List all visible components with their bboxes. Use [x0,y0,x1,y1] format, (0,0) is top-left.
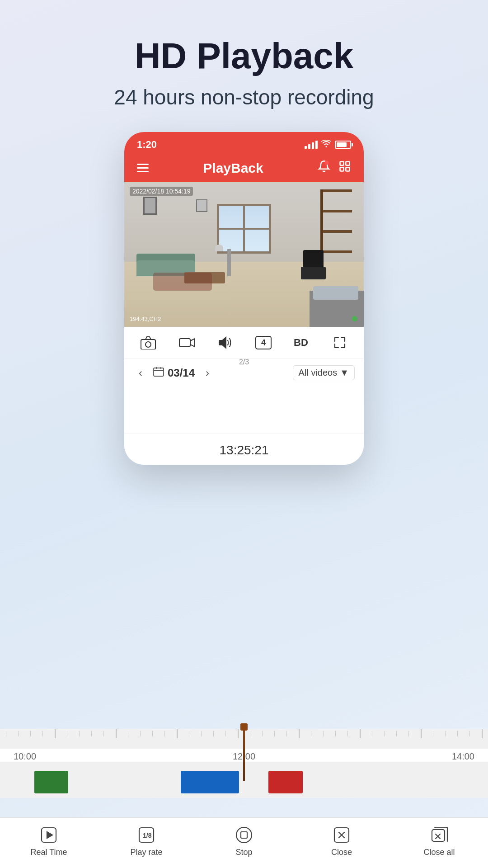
outer-playhead [243,727,245,781]
calendar-icon [153,367,164,379]
time-label-14: 14:00 [452,751,474,762]
nav-bar: PlayBack [124,156,364,182]
date-display: 03/14 [153,367,195,379]
svg-point-0 [324,160,328,165]
svg-point-6 [145,342,151,347]
all-videos-filter[interactable]: All videos ▼ [293,365,355,380]
grid-icon[interactable] [338,160,351,176]
tab-stop[interactable]: Stop [195,825,293,857]
svg-rect-5 [141,340,155,349]
screenshot-button[interactable] [139,333,158,352]
timeline-current-time: 13:25:21 [124,434,364,465]
phone-frame: 1:20 [124,132,364,465]
close-label: Close [331,848,352,857]
battery-icon [335,141,351,149]
svg-rect-3 [340,167,344,171]
lamp-stand [227,249,231,276]
signal-icon [305,141,318,149]
playrate-icon: 1/8 [135,825,158,845]
filter-chevron-icon: ▼ [340,368,349,378]
tab-close[interactable]: Close [293,825,390,857]
tab-closeall[interactable]: Close all [390,825,488,857]
volume-button[interactable] [216,333,235,352]
status-icons [305,140,351,150]
page-indicator: 2/3 [239,358,249,366]
svg-rect-7 [179,339,190,347]
svg-marker-10 [47,832,52,838]
svg-rect-4 [346,167,349,171]
room-scene [124,182,364,327]
wifi-icon [321,140,331,150]
svg-rect-8 [154,368,164,376]
bell-icon[interactable] [318,160,330,176]
video-timestamp: 2022/02/18 10:54:19 [130,187,193,196]
svg-rect-1 [340,162,344,165]
status-bar: 1:20 [124,132,364,156]
date-nav: 2/3 ‹ 03/14 › All v [124,359,364,384]
prev-date-button[interactable]: ‹ [133,366,148,380]
fullscreen-button[interactable] [330,333,349,352]
tab-playrate[interactable]: 1/8 Play rate [98,825,195,857]
video-location: 194.43,CH2 [130,316,161,322]
stop-icon [232,825,256,845]
controls-bar: 4 BD [124,327,364,359]
segment-green [34,771,69,793]
hero-subtitle: 24 hours non-stop recording [0,85,488,109]
menu-icon[interactable] [137,164,149,172]
outer-timeline: 10:00 12:00 14:00 [0,729,488,798]
date-section: 2/3 ‹ 03/14 › All v [124,359,364,465]
calendar-grid [124,384,364,420]
realtime-icon [37,825,61,845]
closeall-icon [427,825,451,845]
channel-button[interactable]: 4 [255,336,272,349]
realtime-label: Real Time [30,848,67,857]
close-icon [330,825,353,845]
closeall-label: Close all [423,848,455,857]
segment-blue [181,771,239,793]
chair [301,250,328,286]
record-button[interactable] [178,333,197,352]
bottom-tab-bar: Real Time 1/8 Play rate Stop Close [0,817,488,868]
svg-point-13 [236,827,252,843]
video-status-dot [352,316,357,321]
playrate-label: Play rate [130,848,162,857]
tab-realtime[interactable]: Real Time [0,825,98,857]
timeline-ruler [0,729,488,749]
svg-rect-2 [346,162,349,165]
segment-red [268,771,303,793]
wall-frame-2 [196,199,207,212]
svg-rect-14 [241,832,247,838]
phone-mockup: 1:20 [0,132,488,465]
video-area: 2022/02/18 10:54:19 194.43,CH2 [124,182,364,327]
hero-section: HD Playback 24 hours non-stop recording [0,0,488,127]
wall-frame [143,197,157,215]
next-date-button[interactable]: › [200,366,215,380]
quality-button[interactable]: BD [291,333,310,352]
rug [153,273,212,291]
status-time: 1:20 [137,139,157,151]
lamp-shade [215,245,223,251]
time-label-10: 10:00 [14,751,36,762]
nav-title: PlayBack [203,160,263,176]
hero-title: HD Playback [0,36,488,76]
stop-label: Stop [235,848,252,857]
date-nav-center: ‹ 03/14 › [133,366,215,380]
window [217,204,271,254]
svg-text:1/8: 1/8 [143,832,152,839]
nav-actions [318,160,351,176]
